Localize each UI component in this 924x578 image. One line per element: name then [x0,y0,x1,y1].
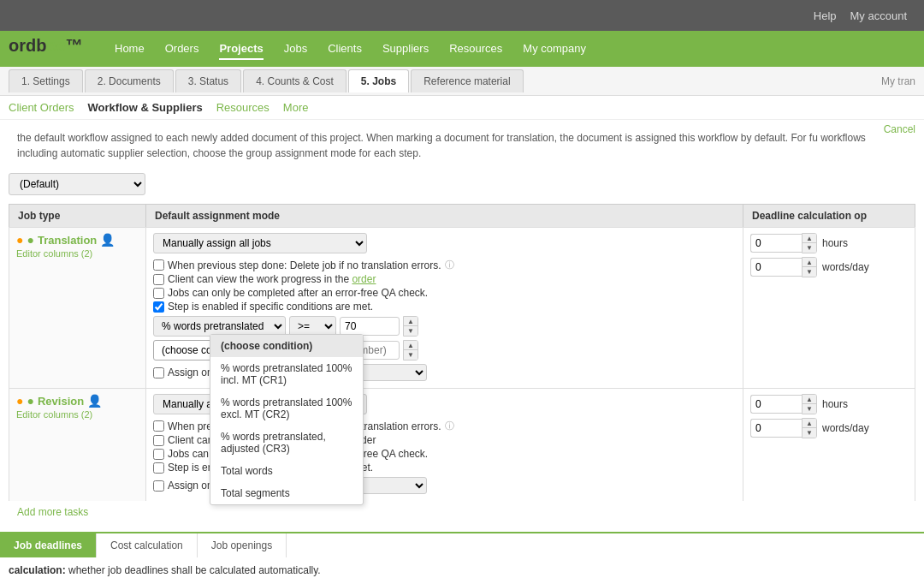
tab-settings[interactable]: 1. Settings [9,69,83,92]
hours-up-revision[interactable]: ▲ [803,395,816,404]
nav-resources[interactable]: Resources [449,39,502,60]
nav-projects[interactable]: Projects [219,39,263,60]
tab-jobs[interactable]: 5. Jobs [348,69,409,92]
table-row: ● ● Revision 👤 Editor columns (2) Manual… [9,388,915,501]
words-up-revision[interactable]: ▲ [803,419,816,428]
header-assignment: Default assignment mode [146,205,743,227]
header-deadline: Deadline calculation op [743,205,915,227]
subnav-resources[interactable]: Resources [216,101,270,114]
words-input-revision[interactable] [750,419,802,438]
footer-bold: calculation: [9,564,66,576]
tab-bar: 1. Settings 2. Documents 3. Status 4. Co… [0,67,924,96]
nav-mycompany[interactable]: My company [523,39,586,60]
hours-input-translation[interactable] [750,234,802,253]
add-more-tasks[interactable]: Add more tasks [9,501,915,523]
dot-orange-icon-rev: ● [16,394,23,408]
popup-item-cr1[interactable]: % words pretranslated 100% incl. MT (CR1… [210,357,363,391]
nav-suppliers[interactable]: Suppliers [382,39,429,60]
assignment-select-translation[interactable]: Manually assign all jobs [153,233,367,253]
spinner-down-1[interactable]: ▼ [404,326,418,336]
popup-item-total-words[interactable]: Total words [210,460,363,482]
nav-orders[interactable]: Orders [165,39,199,60]
bottom-tab-deadlines[interactable]: Job deadlines [0,533,97,557]
job-type-revision: ● ● Revision 👤 Editor columns (2) [9,389,146,501]
words-input-translation[interactable] [750,258,802,277]
tab-documents[interactable]: 2. Documents [85,69,174,92]
cb-revision-0[interactable] [153,420,164,432]
spinner-1: ▲ ▼ [403,316,418,337]
job-name-revision: Revision [38,395,84,408]
person-icon-revision[interactable]: 👤 [87,394,102,408]
cb-translation-3[interactable] [153,301,164,313]
popup-item-cr3[interactable]: % words pretranslated, adjusted (CR3) [210,426,363,460]
spinner-down-2[interactable]: ▼ [404,350,418,360]
cancel-link[interactable]: Cancel [884,123,915,135]
logo: ordbee™ [9,36,83,56]
job-name-translation: Translation [38,234,97,247]
cb-translation-1[interactable] [153,274,164,285]
cb-revision-1[interactable] [153,435,164,446]
subnav-more[interactable]: More [283,101,309,114]
content-area: (Default) Job type Default assignment mo… [0,168,924,528]
cb-translation-0[interactable] [153,259,164,271]
cb-assign-completion-revision[interactable] [153,480,164,492]
cb-revision-3[interactable] [153,462,164,474]
job-type-translation: ● ● Translation 👤 Editor columns (2) [9,228,146,388]
editor-cols-translation[interactable]: Editor columns (2) [16,248,139,259]
person-icon-translation[interactable]: 👤 [100,233,115,247]
table-header: Job type Default assignment mode Deadlin… [9,204,915,227]
cb-assign-completion-translation[interactable] [153,367,164,378]
nav-clients[interactable]: Clients [328,39,362,60]
cb-label-translation-0: When previous step done: Delete job if n… [168,259,441,271]
popup-cr2-line2: excl. MT (CR2) [221,408,289,420]
header-job-type: Job type [9,205,146,227]
hours-down-revision[interactable]: ▼ [803,404,816,414]
info-icon-0[interactable]: ⓘ [445,259,454,271]
cb-label-translation-2: Jobs can only be completed after an erro… [168,287,428,299]
footer: calculation: whether job deadlines shall… [0,557,924,578]
dot-green-icon-rev: ● [27,394,33,408]
footer-text: whether job deadlines shall be calculate… [68,564,321,576]
help-link[interactable]: Help [814,9,837,22]
table-row: ● ● Translation 👤 Editor columns (2) Man… [9,227,915,388]
words-down-revision[interactable]: ▼ [803,428,816,438]
deadline-translation: ▲ ▼ hours ▲ ▼ words/day [743,228,915,388]
nav-home[interactable]: Home [115,39,145,60]
subnav-workflow[interactable]: Workflow & Suppliers [88,101,203,114]
popup-item-choose[interactable]: (choose condition) [210,335,363,357]
top-bar: Help My account [0,0,924,31]
words-down-translation[interactable]: ▼ [803,267,816,277]
bottom-tab-cost[interactable]: Cost calculation [97,533,198,557]
popup-item-cr2[interactable]: % words pretranslated 100% excl. MT (CR2… [210,391,363,426]
hours-input-revision[interactable] [750,395,802,414]
editor-cols-revision[interactable]: Editor columns (2) [16,409,139,420]
spinner-2: ▲ ▼ [403,340,418,361]
dot-orange-icon: ● [16,233,23,247]
cb-label-translation-1: Client can view the work progress in the… [168,273,376,285]
info-icon-rev-0[interactable]: ⓘ [445,420,454,432]
spinner-up-2[interactable]: ▲ [404,341,418,350]
cb-translation-2[interactable] [153,288,164,299]
tab-reference[interactable]: Reference material [411,69,523,92]
deadline-revision: ▲ ▼ hours ▲ ▼ words/day [743,389,915,501]
words-up-translation[interactable]: ▲ [803,258,816,267]
hours-up-translation[interactable]: ▲ [803,234,816,243]
description-area: Cancel the default workflow assigned to … [0,120,924,168]
bottom-tab-openings[interactable]: Job openings [198,533,287,557]
popup-cr2-line1: % words pretranslated 100% [221,396,352,408]
tab-counts[interactable]: 4. Counts & Cost [243,69,346,92]
nav-jobs[interactable]: Jobs [284,39,307,60]
spinner-up-1[interactable]: ▲ [404,317,418,326]
account-link[interactable]: My account [850,9,907,22]
default-select[interactable]: (Default) [9,173,145,195]
condition-value-1[interactable] [340,317,400,336]
tab-status[interactable]: 3. Status [175,69,241,92]
subnav-client-orders[interactable]: Client Orders [9,101,74,114]
cb-revision-2[interactable] [153,449,164,460]
popup-item-total-segments[interactable]: Total segments [210,482,363,504]
words-label-revision: words/day [822,422,869,434]
dot-green-icon: ● [27,233,33,247]
description-text: the default workflow assigned to each ne… [9,123,915,164]
hours-down-translation[interactable]: ▼ [803,243,816,253]
hours-label-revision: hours [822,398,848,410]
